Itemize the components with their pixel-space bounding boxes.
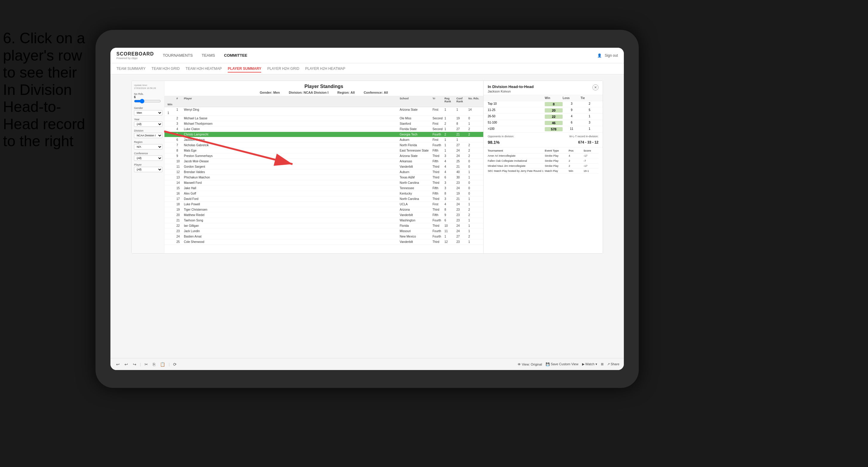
standings-header: Player Standings Gender: Men Division: N… [164, 81, 483, 96]
sign-in-icon: 👤 [597, 54, 602, 58]
table-row[interactable]: 23 Jack Lundin Missouri Fourth 11 24 1 [164, 228, 483, 234]
table-row[interactable]: 17 David Ford North Carolina Third 3 21 … [164, 196, 483, 202]
division-display: Division: NCAA Division I [289, 91, 329, 94]
toolbar-sep-1: | [140, 362, 141, 367]
paste-button[interactable]: 📋 [159, 361, 166, 367]
watch-btn[interactable]: ▶ Watch ▾ [582, 362, 597, 366]
player-table-body: 1 Wenyi Ding Arizona State First 1 1 14 … [164, 107, 483, 253]
conference-filter: Conference (All) [134, 152, 162, 161]
sub-nav-team-h2h-grid[interactable]: TEAM H2H GRID [152, 65, 180, 72]
layout-icon: ⊞ [601, 362, 603, 366]
sign-out-link[interactable]: Sign out [605, 54, 618, 58]
table-row[interactable]: 20 Matthew Riedel Vanderbilt Fifth 9 23 … [164, 213, 483, 218]
region-select[interactable]: N/A [134, 144, 162, 150]
sub-nav: TEAM SUMMARY TEAM H2H GRID TEAM H2H HEAT… [111, 63, 624, 74]
tablet-frame: SCOREBOARD Powered by clippi TOURNAMENTS… [95, 30, 639, 388]
update-time: Update time: 27/03/2024 16:56:26 [134, 84, 162, 90]
logo-area: SCOREBOARD Powered by clippi [116, 51, 154, 60]
table-row[interactable]: 16 Alex Goff Kentucky Fifth 8 19 0 [164, 191, 483, 196]
conference-select[interactable]: (All) [134, 155, 162, 161]
table-row[interactable]: 8 Mats Ege East Tennessee State Fifth 1 … [164, 148, 483, 153]
player-select[interactable]: (All) [134, 167, 162, 172]
top-nav: SCOREBOARD Powered by clippi TOURNAMENTS… [111, 48, 624, 63]
division-select[interactable]: NCAA Division I [134, 133, 162, 138]
h2h-close-button[interactable]: ✕ [592, 85, 598, 90]
nav-right: 👤 Sign out [597, 54, 618, 58]
instruction-text: 6. Click on a player's row to see their … [3, 30, 91, 150]
table-row[interactable]: 7 Nicholas Gabrelcik North Florida Fourt… [164, 143, 483, 148]
nav-committee[interactable]: COMMITTEE [224, 52, 247, 59]
table-area: Player Standings Gender: Men Division: N… [164, 81, 483, 253]
year-filter: Year (All) [134, 118, 162, 127]
standings-title: Player Standings [170, 84, 477, 89]
table-row[interactable]: 6 Jackson Koivun Auburn First 1 1 [164, 137, 483, 143]
table-row[interactable]: 1 Wenyi Ding Arizona State First 1 1 14 … [164, 107, 483, 116]
region-filter: Region N/A [134, 141, 162, 150]
division-filter: Division NCAA Division I [134, 129, 162, 138]
h2h-row: 26-50 22 4 1 [484, 114, 602, 120]
undo-button[interactable]: ↩ [115, 361, 121, 367]
h2h-percentage: 98.1% [488, 140, 500, 145]
refresh-button[interactable]: ⟳ [172, 361, 178, 367]
h2h-row: >100 578 11 1 [484, 126, 602, 132]
table-row[interactable]: 21 Taehoon Song Washington Fourth 6 23 1 [164, 218, 483, 223]
sub-nav-player-h2h-heatmap[interactable]: PLAYER H2H HEATMAP [305, 65, 345, 72]
h2h-table-header: Win Loss Tie [484, 95, 602, 101]
redo-button[interactable]: ↩ [123, 361, 129, 367]
forward-button[interactable]: ↪ [132, 361, 137, 367]
conference-display: Conference: All [364, 91, 388, 94]
player-filter: Player (All) [134, 163, 162, 172]
table-row[interactable]: 11 Gordon Sargent Vanderbilt Third 4 21 … [164, 164, 483, 169]
save-custom-btn[interactable]: 💾 Save Custom View [546, 362, 579, 366]
table-header: # Player School Yr Reg Rank Conf Rank No… [164, 96, 483, 107]
table-row[interactable]: 12 Brendan Valdes Auburn Third 4 40 1 [164, 169, 483, 175]
sub-nav-player-summary[interactable]: PLAYER SUMMARY [228, 65, 261, 72]
h2h-tournaments: Tournament Event Type Pos Score Amer Ari… [484, 147, 602, 176]
filters-sidebar: Update time: 27/03/2024 16:56:26 No Rds.… [132, 81, 164, 253]
view-original-btn[interactable]: 👁 View: Original [518, 363, 542, 366]
no-rds-slider[interactable] [134, 99, 161, 103]
nav-links: TOURNAMENTS TEAMS COMMITTEE [163, 52, 597, 59]
toolbar-sep-2: | [168, 362, 169, 367]
gender-filter: Gender Men Women [134, 106, 162, 116]
nav-tournaments[interactable]: TOURNAMENTS [163, 52, 193, 59]
h2h-player-name: Jackson Koivun [488, 90, 534, 93]
table-row[interactable]: 2 Michael La Sasse Ole Miss Second 1 19 … [164, 116, 483, 121]
logo-scoreboard: SCOREBOARD [116, 51, 154, 57]
copy-button[interactable]: ⎘ [152, 361, 156, 367]
table-row[interactable]: 14 Maxwell Ford North Carolina Third 3 2… [164, 180, 483, 186]
table-row[interactable]: 24 Bastien Amat New Mexico Fourth 1 27 2 [164, 234, 483, 239]
gender-select[interactable]: Men Women [134, 110, 162, 116]
table-row[interactable]: 15 Jake Hall Tennessee Fifth 3 24 0 [164, 186, 483, 191]
sub-nav-player-h2h-grid[interactable]: PLAYER H2H GRID [267, 65, 299, 72]
share-btn[interactable]: ↗ Share [607, 362, 619, 366]
table-row[interactable]: 5 Christo Lamprecht Georgia Tech Fourth … [164, 132, 483, 137]
tournament-row: Fallen Oak Collegiate Invitational Strok… [488, 158, 598, 163]
standings-filters: Gender: Men Division: NCAA Division I Re… [170, 91, 477, 94]
nav-teams[interactable]: TEAMS [202, 52, 215, 59]
sub-nav-team-summary[interactable]: TEAM SUMMARY [116, 65, 146, 72]
table-row[interactable]: 10 Jacob Moir-Diease Arkansas Fifth 4 25… [164, 159, 483, 164]
sub-nav-team-h2h-heatmap[interactable]: TEAM H2H HEATMAP [186, 65, 222, 72]
tablet-screen: SCOREBOARD Powered by clippi TOURNAMENTS… [111, 48, 624, 370]
table-row[interactable]: 13 Phichakun Maichon Texas A&M Third 6 3… [164, 175, 483, 180]
tournament-row: Mirabel Maui Jim Intercollegiate Stroke … [488, 163, 598, 168]
h2h-title: In Division Head-to-Head [488, 85, 534, 89]
toolbar-right: 👁 View: Original 💾 Save Custom View ▶ Wa… [518, 362, 619, 366]
table-row[interactable]: 18 Luke Powell UCLA First 4 24 1 [164, 202, 483, 207]
tournament-row: SEC Match Play hosted by Jerry Pate Roun… [488, 168, 598, 174]
h2h-record: 674 - 33 - 12 [578, 140, 598, 145]
h2h-opponents-header: Opponents in division: W-L-T record in-d… [488, 135, 598, 138]
year-select[interactable]: (All) [134, 121, 162, 127]
table-row[interactable]: 3 Michael Thorbjornsen Stanford First 2 … [164, 121, 483, 127]
table-row[interactable]: 19 Tiger Christensen Arizona Third 8 23 … [164, 207, 483, 213]
h2h-tournament-header: Tournament Event Type Pos Score [488, 149, 598, 153]
logo-powered: Powered by clippi [116, 57, 154, 60]
standings-panel: Update time: 27/03/2024 16:56:26 No Rds.… [131, 81, 603, 254]
table-row[interactable]: 22 Ian Gilligan Florida Third 10 24 1 [164, 223, 483, 228]
table-row[interactable]: 4 Luke Claton Florida State Second 1 27 … [164, 127, 483, 132]
cut-button[interactable]: ✂ [143, 361, 149, 367]
table-row[interactable]: 9 Preston Summerhays Arizona State Third… [164, 153, 483, 159]
tournament-rows: Amer Ari Intercollegiate Stroke Play 4 -… [488, 153, 598, 174]
table-row[interactable]: 25 Cole Sherwood Vanderbilt Third 12 23 … [164, 239, 483, 245]
